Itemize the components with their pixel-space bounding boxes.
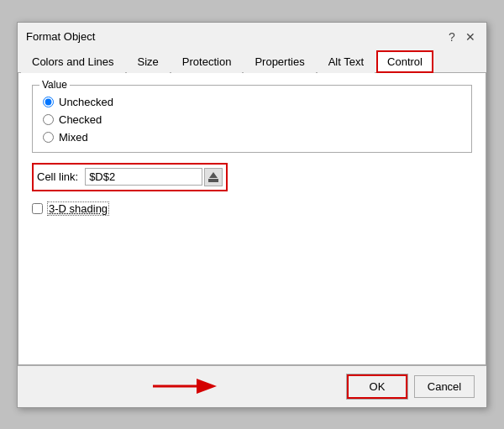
tab-properties[interactable]: Properties bbox=[244, 50, 315, 73]
value-group: Value Unchecked Checked Mixed bbox=[32, 85, 472, 153]
arrow-icon bbox=[151, 374, 218, 398]
format-object-dialog: Format Object ? ✕ Colors and Lines Size … bbox=[17, 22, 487, 408]
title-bar-left: Format Object bbox=[26, 30, 95, 43]
tab-size[interactable]: Size bbox=[127, 50, 170, 73]
dialog-title: Format Object bbox=[26, 30, 95, 43]
arrow-area bbox=[29, 374, 340, 398]
cell-link-label: Cell link: bbox=[37, 170, 78, 183]
radio-mixed[interactable] bbox=[43, 132, 54, 143]
tab-bar: Colors and Lines Size Protection Propert… bbox=[18, 50, 486, 73]
tab-content-control: Value Unchecked Checked Mixed Cell link: bbox=[18, 73, 486, 365]
radio-checked[interactable] bbox=[43, 114, 54, 125]
radio-unchecked[interactable] bbox=[43, 97, 54, 107]
radio-unchecked-item[interactable]: Unchecked bbox=[43, 96, 461, 108]
help-button[interactable]: ? bbox=[444, 29, 459, 44]
value-group-label: Value bbox=[39, 79, 70, 91]
cell-link-collapse-button[interactable] bbox=[204, 168, 223, 186]
title-controls: ? ✕ bbox=[444, 29, 478, 44]
radio-checked-item[interactable]: Checked bbox=[43, 113, 461, 126]
collapse-icon bbox=[207, 171, 219, 183]
ok-arrow-indicator bbox=[151, 374, 218, 398]
radio-checked-label: Checked bbox=[59, 113, 102, 126]
ok-button[interactable]: OK bbox=[347, 374, 407, 399]
bottom-bar: OK Cancel bbox=[18, 365, 486, 407]
cell-link-row: Cell link: bbox=[32, 163, 228, 191]
cell-link-input[interactable] bbox=[85, 168, 202, 186]
radio-mixed-item[interactable]: Mixed bbox=[43, 131, 461, 144]
svg-marker-1 bbox=[209, 172, 218, 178]
close-button[interactable]: ✕ bbox=[463, 29, 478, 44]
tab-colors-and-lines[interactable]: Colors and Lines bbox=[21, 50, 125, 73]
checkbox-3d-label: 3-D shading bbox=[47, 201, 109, 216]
title-bar: Format Object ? ✕ bbox=[18, 23, 486, 48]
cancel-button[interactable]: Cancel bbox=[414, 375, 475, 398]
checkbox-3d-shading[interactable] bbox=[32, 203, 43, 214]
radio-group-value: Unchecked Checked Mixed bbox=[43, 96, 461, 144]
svg-rect-0 bbox=[208, 179, 218, 182]
tab-control[interactable]: Control bbox=[376, 50, 433, 73]
tab-alt-text[interactable]: Alt Text bbox=[318, 50, 375, 73]
tab-protection[interactable]: Protection bbox=[171, 50, 243, 73]
radio-mixed-label: Mixed bbox=[59, 131, 88, 144]
checkbox-3d-row: 3-D shading bbox=[32, 201, 472, 216]
radio-unchecked-label: Unchecked bbox=[59, 96, 113, 108]
